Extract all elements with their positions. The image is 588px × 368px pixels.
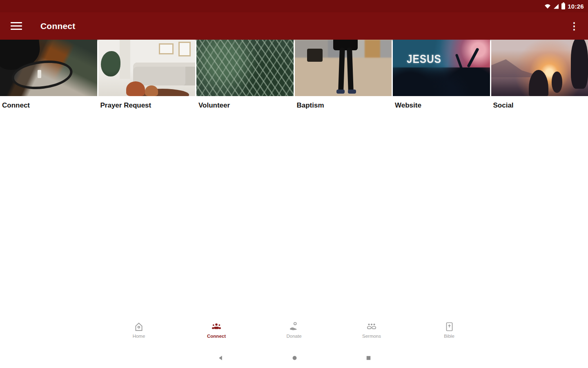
nav-item-donate[interactable]: Donate — [270, 321, 318, 345]
android-nav-bar — [214, 352, 374, 364]
decor-sofa-shape — [133, 63, 195, 85]
app-screen: 10:26 Connect ⋮ Connect — [0, 0, 588, 368]
decor-standing-person — [571, 40, 588, 89]
android-recents-icon[interactable] — [362, 352, 374, 363]
tile-baptism-label: Baptism — [295, 101, 392, 110]
tile-grid: Connect Prayer Request Volunteer — [0, 40, 588, 110]
cellular-signal-icon — [553, 4, 559, 9]
tile-social-image[interactable] — [491, 40, 588, 96]
connect-people-icon — [211, 321, 222, 332]
hamburger-menu-icon[interactable] — [11, 21, 23, 31]
nav-item-sermons[interactable]: Sermons — [347, 321, 396, 345]
decor-pot-shape — [145, 85, 158, 96]
nav-item-home[interactable]: Home — [114, 321, 163, 345]
bible-book-icon — [444, 321, 454, 332]
status-bar: 10:26 — [0, 0, 588, 12]
decor-bag-shape — [307, 49, 323, 62]
tile-connect-image[interactable] — [0, 40, 97, 96]
decor-shoe-shape — [336, 90, 345, 94]
decor-person-torso — [333, 40, 358, 50]
android-back-icon[interactable] — [214, 352, 227, 363]
page-title: Connect — [40, 21, 75, 31]
android-home-icon[interactable] — [288, 352, 301, 363]
nav-label-bible: Bible — [444, 334, 454, 339]
sermons-group-icon — [366, 321, 377, 332]
tile-website[interactable]: JESUS Website — [393, 40, 490, 110]
overflow-menu-icon[interactable]: ⋮ — [569, 21, 579, 31]
nav-label-connect: Connect — [207, 334, 226, 339]
tile-website-label: Website — [393, 101, 490, 110]
decor-candle-shape — [38, 70, 41, 78]
tile-prayer-request[interactable]: Prayer Request — [98, 40, 196, 110]
tile-volunteer[interactable]: Volunteer — [196, 40, 294, 110]
bottom-nav: Home Connect Donate — [114, 321, 474, 345]
status-icons-group: 10:26 — [544, 3, 584, 10]
tile-social[interactable]: Social — [491, 40, 588, 110]
nav-item-bible[interactable]: Bible — [425, 321, 474, 345]
nav-label-sermons: Sermons — [362, 334, 381, 339]
status-time: 10:26 — [568, 3, 584, 10]
tile-prayer-request-image[interactable] — [98, 40, 196, 96]
nav-label-donate: Donate — [286, 334, 301, 339]
home-icon — [134, 321, 144, 332]
nav-item-connect[interactable]: Connect — [192, 321, 241, 345]
decor-pot-shape — [126, 81, 145, 96]
decor-shoe-shape — [348, 90, 356, 94]
tile-volunteer-image[interactable] — [196, 40, 294, 96]
battery-icon — [561, 3, 565, 9]
decor-picture-frame-shape — [159, 43, 174, 54]
tile-connect[interactable]: Connect — [0, 40, 97, 110]
tile-volunteer-label: Volunteer — [196, 101, 294, 110]
decor-crowd-silhouette — [393, 67, 490, 96]
nav-label-home: Home — [133, 334, 145, 339]
app-bar: Connect ⋮ — [0, 12, 588, 40]
donate-hand-icon — [289, 321, 299, 332]
tile-connect-label: Connect — [0, 101, 97, 110]
tile-social-label: Social — [491, 101, 588, 110]
tile-baptism-image[interactable] — [295, 40, 392, 96]
decor-sitting-person — [552, 72, 562, 93]
wifi-icon — [544, 4, 551, 9]
jesus-overlay-text: JESUS — [407, 52, 441, 66]
decor-picture-frame-shape — [178, 42, 191, 56]
tile-website-image[interactable]: JESUS — [393, 40, 490, 96]
decor-curtain-shape — [120, 40, 130, 79]
decor-plant-shape — [101, 51, 120, 76]
tile-baptism[interactable]: Baptism — [295, 40, 392, 110]
decor-raised-arm — [467, 47, 479, 67]
tile-prayer-request-label: Prayer Request — [98, 101, 196, 110]
